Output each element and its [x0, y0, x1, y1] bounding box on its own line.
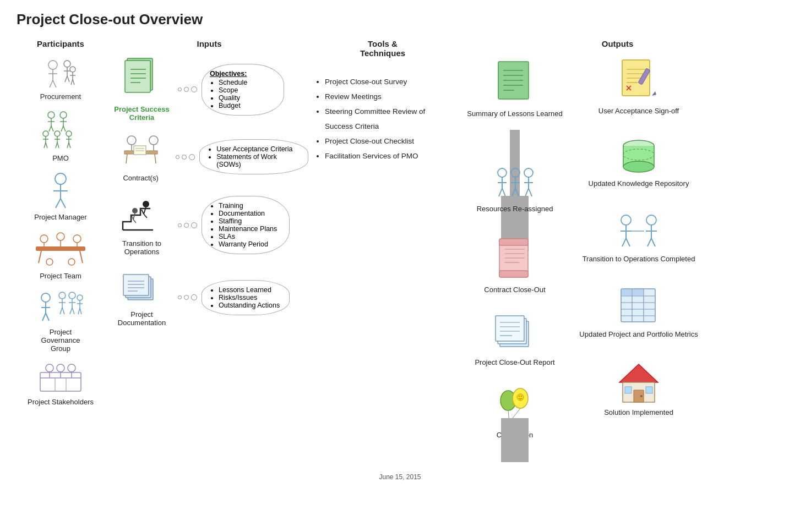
portfolio-metrics-label: Updated Project and Portfolio Metrics: [579, 330, 698, 338]
svg-point-100: [149, 136, 158, 145]
pmo-label: PMO: [52, 154, 69, 162]
svg-line-65: [62, 308, 64, 314]
svg-line-139: [525, 188, 529, 196]
procurement-icon: [41, 57, 80, 90]
thought-item: Staffing: [219, 217, 281, 225]
svg-line-46: [39, 251, 41, 263]
svg-line-59: [42, 313, 46, 321]
svg-line-74: [78, 308, 80, 314]
project-manager-icon: [47, 172, 74, 211]
transition-completed-icon: [614, 213, 663, 252]
svg-rect-143: [499, 271, 528, 277]
svg-line-29: [46, 142, 47, 148]
svg-line-4: [53, 80, 56, 87]
svg-line-18: [49, 126, 51, 131]
inputs-header: Inputs: [110, 39, 308, 48]
svg-line-183: [622, 238, 626, 246]
tools-list-container: Project Close-out Survey Review Meetings…: [314, 74, 451, 163]
svg-line-109: [132, 216, 133, 220]
participant-pmo: PMO: [17, 111, 105, 162]
svg-point-126: [498, 168, 507, 177]
thought-item: Statements of Work (SOWs): [216, 153, 300, 168]
svg-line-70: [72, 308, 74, 314]
svg-point-79: [57, 364, 64, 372]
thought-item: Outstanding Actions: [219, 301, 281, 309]
svg-line-14: [73, 79, 74, 85]
thought-bubble-documentation: Lessons Learned Risks/Issues Outstanding…: [202, 280, 290, 315]
svg-line-69: [70, 308, 72, 314]
closeout-report-icon: [490, 311, 540, 355]
svg-line-38: [67, 142, 69, 148]
tool-item-5: Facilitation Services of PMO: [325, 149, 451, 163]
solution-implemented-icon: [614, 361, 663, 405]
svg-point-56: [41, 293, 50, 302]
tools-column: Tools &Techniques Project Close-out Surv…: [308, 39, 451, 462]
up-arrow-icon: [501, 418, 529, 462]
governance-label: Project Governance Group: [30, 328, 91, 353]
documentation-icon: [121, 268, 162, 309]
svg-line-34: [57, 142, 59, 148]
output-knowledge-repo: Updated Knowledge Repository: [589, 138, 689, 188]
output-closeout-report: Project Close-Out Report: [475, 311, 554, 366]
user-acceptance-label: User Acceptance Sign-off: [598, 107, 679, 115]
svg-point-178: [623, 161, 654, 172]
input-icon-success: Project Success Criteria: [110, 57, 173, 122]
documentation-label: Project Documentation: [110, 310, 173, 327]
thought-item: Documentation: [219, 210, 281, 217]
thought-item: Lessons Learned: [219, 286, 281, 294]
outputs-right-col: User Acceptance Sign-off: [578, 57, 699, 462]
thought-item: Schedule: [219, 79, 276, 86]
svg-point-136: [524, 168, 533, 177]
knowledge-repo-label: Updated Knowledge Repository: [589, 179, 689, 188]
success-criteria-label: Project Success Criteria: [110, 105, 173, 122]
date-footer: June 15, 2015: [17, 473, 783, 481]
svg-point-5: [64, 61, 70, 67]
thought-connector-dots-4: [178, 294, 197, 300]
project-manager-label: Project Manager: [34, 213, 86, 221]
svg-point-107: [132, 208, 138, 213]
lessons-learned-icon: [490, 57, 540, 107]
svg-line-108: [133, 213, 135, 220]
thought-item: Quality: [219, 94, 276, 102]
svg-line-106: [144, 214, 147, 218]
svg-point-48: [40, 235, 48, 243]
thought-item: Budget: [219, 102, 276, 109]
thought-connector-dots-2: [176, 154, 195, 160]
governance-group-icon: [36, 290, 85, 326]
svg-line-140: [529, 188, 532, 196]
svg-line-189: [647, 238, 651, 246]
svg-line-3: [50, 80, 53, 87]
svg-point-131: [511, 168, 520, 177]
svg-line-134: [512, 188, 515, 196]
svg-point-203: [640, 395, 643, 397]
input-icon-contracts: Contract(s): [110, 131, 171, 182]
svg-line-64: [60, 308, 62, 314]
svg-point-10: [70, 67, 75, 72]
knowledge-repo-icon: [617, 138, 661, 177]
svg-rect-45: [36, 246, 85, 251]
svg-line-110: [133, 220, 136, 223]
resources-icon: [490, 166, 540, 202]
svg-point-20: [60, 112, 67, 118]
thought-item: SLAs: [219, 233, 281, 240]
svg-line-75: [80, 308, 81, 314]
pmo-icon: [36, 111, 85, 152]
user-acceptance-icon: [617, 57, 661, 104]
tool-item-3: Steering Committee Review of Success Cri…: [325, 104, 451, 134]
svg-point-61: [59, 292, 66, 299]
input-icon-transition: Transition to Operations: [110, 194, 173, 256]
svg-line-184: [626, 238, 630, 246]
outputs-section: Outputs: [451, 39, 783, 462]
thought-bubble-transition: Training Documentation Staffing Maintena…: [202, 196, 290, 254]
svg-point-103: [143, 201, 149, 207]
page: Project Close-out Overview Participants: [0, 0, 800, 492]
svg-line-19: [51, 126, 53, 131]
svg-line-8: [65, 76, 67, 82]
thought-connector-dots-3: [178, 222, 197, 228]
svg-line-135: [515, 188, 519, 196]
svg-point-55: [68, 259, 75, 265]
project-team-icon: [33, 231, 88, 270]
svg-rect-150: [496, 316, 524, 341]
svg-point-52: [73, 235, 81, 243]
tools-header: Tools &Techniques: [314, 39, 451, 58]
